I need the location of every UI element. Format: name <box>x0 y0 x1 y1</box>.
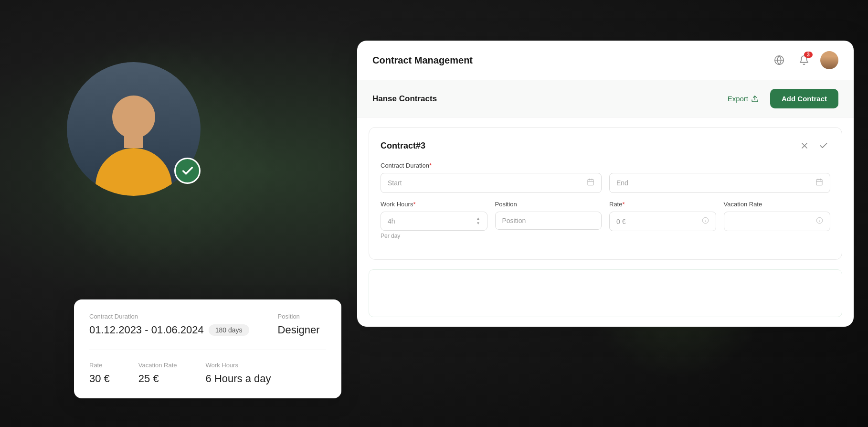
user-avatar-image <box>820 51 838 69</box>
subheader-actions: Export Add Contract <box>722 89 838 108</box>
user-avatar[interactable] <box>820 51 838 69</box>
confirm-icon-button[interactable] <box>817 139 830 152</box>
info-duration-label: Contract Duration <box>89 313 249 320</box>
contract-number: Contract#3 <box>381 141 425 151</box>
globe-icon-button[interactable] <box>771 52 788 69</box>
notification-button[interactable]: 3 <box>795 52 813 69</box>
rate-info-icon <box>702 217 709 226</box>
calendar-start-icon <box>587 178 594 188</box>
info-divider <box>89 350 326 350</box>
card-header-icons <box>798 139 830 152</box>
duration-inputs: Start End <box>381 173 830 193</box>
form-field-work-hours: Work Hours* 4h ▲ ▼ Per day <box>381 201 487 239</box>
export-button[interactable]: Export <box>722 91 764 107</box>
main-panel: Contract Management 3 Hans <box>357 41 854 327</box>
start-date-input[interactable]: Start <box>381 173 602 193</box>
end-date-input[interactable]: End <box>609 173 830 193</box>
silhouette-body <box>95 148 172 196</box>
position-input[interactable]: Position <box>495 212 602 230</box>
info-card: Contract Duration 01.12.2023 - 01.06.202… <box>74 299 341 398</box>
note-area[interactable] <box>369 269 842 317</box>
info-field-position: Position Designer <box>278 313 320 336</box>
panel-subtitle: Hanse Contracts <box>372 94 437 104</box>
person-container <box>67 62 210 244</box>
add-contract-label: Add Contract <box>782 95 827 103</box>
info-vacation-rate-label: Vacation Rate <box>138 362 177 369</box>
info-duration-value: 01.12.2023 - 01.06.2024 180 days <box>89 324 249 336</box>
rate-field-label: Rate* <box>609 201 716 208</box>
days-badge: 180 days <box>209 324 249 336</box>
form-field-duration: Contract Duration* Start End <box>381 162 830 193</box>
info-work-hours-value: 6 Hours a day <box>206 373 271 385</box>
info-field-duration: Contract Duration 01.12.2023 - 01.06.202… <box>89 313 249 336</box>
info-work-hours-label: Work Hours <box>206 362 271 369</box>
info-field-work-hours: Work Hours 6 Hours a day <box>206 362 271 385</box>
info-card-bottom-row: Rate 30 € Vacation Rate 25 € Work Hours … <box>89 362 326 385</box>
close-icon-button[interactable] <box>798 139 811 152</box>
info-card-top-row: Contract Duration 01.12.2023 - 01.06.202… <box>89 313 326 336</box>
per-day-label: Per day <box>381 233 487 239</box>
form-field-rate: Rate* 0 € <box>609 201 716 239</box>
work-hours-input[interactable]: 4h ▲ ▼ <box>381 212 487 231</box>
silhouette-neck <box>124 134 143 148</box>
info-field-vacation-rate: Vacation Rate 25 € <box>138 362 177 385</box>
silhouette-head <box>112 96 155 139</box>
panel-title: Contract Management <box>372 55 473 66</box>
stepper-arrows[interactable]: ▲ ▼ <box>476 217 480 225</box>
info-position-label: Position <box>278 313 320 320</box>
header-actions: 3 <box>771 51 838 69</box>
vacation-rate-field-label: Vacation Rate <box>724 201 831 208</box>
work-hours-value: 4h <box>388 217 395 225</box>
info-field-rate: Rate 30 € <box>89 362 110 385</box>
duration-field-label: Contract Duration* <box>381 162 830 169</box>
form-field-position: Position Position <box>495 201 602 239</box>
position-field-label: Position <box>495 201 602 208</box>
calendar-end-icon <box>815 178 823 188</box>
svg-rect-5 <box>588 180 593 185</box>
info-vacation-rate-value: 25 € <box>138 373 177 385</box>
position-placeholder: Position <box>502 217 526 224</box>
person-silhouette <box>91 86 177 196</box>
end-placeholder: End <box>616 179 628 187</box>
info-rate-value: 30 € <box>89 373 110 385</box>
svg-rect-9 <box>816 180 822 185</box>
info-position-value: Designer <box>278 324 320 336</box>
notification-badge: 3 <box>804 52 813 58</box>
panel-subheader: Hanse Contracts Export Add Contract <box>357 80 854 117</box>
export-label: Export <box>728 95 748 103</box>
contract-card-header: Contract#3 <box>381 139 830 152</box>
start-placeholder: Start <box>388 179 402 187</box>
form-row-details: Work Hours* 4h ▲ ▼ Per day Position Posi… <box>381 201 830 239</box>
panel-header: Contract Management 3 <box>357 41 854 80</box>
info-rate-label: Rate <box>89 362 110 369</box>
vacation-rate-info-icon <box>816 217 823 226</box>
stepper-up-icon[interactable]: ▲ <box>476 217 480 221</box>
vacation-rate-input[interactable] <box>724 212 831 231</box>
check-badge <box>174 158 201 184</box>
stepper-down-icon[interactable]: ▼ <box>476 222 480 225</box>
contract-card: Contract#3 Contract Duration* <box>369 127 842 260</box>
form-field-vacation-rate: Vacation Rate <box>724 201 831 239</box>
add-contract-button[interactable]: Add Contract <box>770 89 838 108</box>
work-hours-field-label: Work Hours* <box>381 201 487 208</box>
rate-value: 0 € <box>616 218 625 225</box>
rate-input[interactable]: 0 € <box>609 212 716 231</box>
info-duration-dates: 01.12.2023 - 01.06.2024 <box>89 324 204 336</box>
